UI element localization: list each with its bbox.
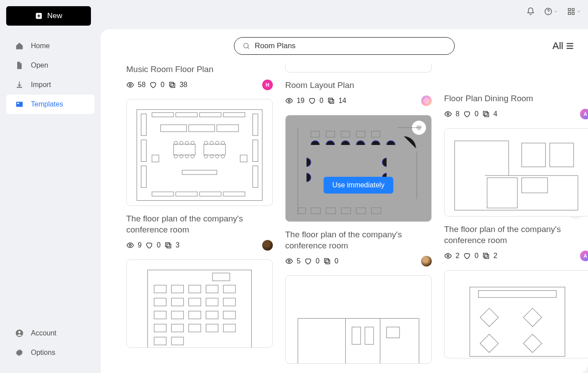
svg-rect-122: [487, 178, 517, 208]
svg-rect-70: [189, 298, 201, 306]
svg-rect-90: [341, 131, 350, 137]
svg-rect-95: [341, 208, 351, 214]
filter-all[interactable]: All: [553, 40, 575, 52]
author-avatar[interactable]: [262, 240, 273, 251]
svg-rect-66: [206, 285, 218, 293]
search-input[interactable]: [255, 42, 446, 50]
svg-rect-18: [170, 82, 173, 86]
svg-point-16: [129, 84, 132, 86]
nav-options-label: Options: [31, 349, 55, 357]
views-value: 58: [138, 81, 146, 89]
card-title[interactable]: Room Layout Plan: [285, 80, 432, 91]
grid-column: Floor Plan Dining Room 8 0 4: [444, 64, 588, 373]
svg-point-124: [447, 255, 449, 257]
template-thumbnail[interactable]: [444, 270, 588, 358]
nav-options[interactable]: Options: [6, 343, 94, 362]
svg-rect-53: [182, 170, 217, 175]
copies-value: 14: [339, 97, 347, 105]
svg-rect-93: [311, 208, 320, 214]
svg-rect-96: [356, 208, 366, 214]
svg-rect-98: [298, 208, 306, 214]
svg-rect-78: [154, 324, 166, 332]
svg-rect-25: [253, 166, 258, 187]
svg-rect-105: [298, 318, 419, 364]
template-thumbnail[interactable]: [126, 259, 273, 348]
nav-import-label: Import: [31, 81, 51, 89]
copies-value: 4: [494, 110, 498, 118]
svg-rect-123: [522, 178, 548, 193]
copy-icon: [164, 241, 172, 249]
views-value: 2: [456, 252, 460, 260]
search-row: All: [101, 37, 588, 55]
search-box[interactable]: [234, 37, 455, 55]
new-button[interactable]: New: [6, 6, 91, 26]
author-avatar[interactable]: [262, 80, 273, 90]
svg-rect-83: [154, 337, 166, 345]
card-title[interactable]: The floor plan of the company's conferen…: [285, 229, 432, 251]
template-thumbnail-hover[interactable]: Use immediately: [285, 115, 432, 222]
heart-icon: [463, 252, 471, 260]
apps-dropdown[interactable]: [567, 7, 581, 16]
author-avatar[interactable]: [580, 251, 588, 261]
eye-icon: [285, 97, 293, 105]
svg-rect-22: [141, 166, 147, 187]
author-avatar[interactable]: [580, 109, 588, 119]
svg-rect-130: [524, 308, 542, 327]
svg-rect-32: [217, 125, 238, 132]
svg-rect-59: [167, 244, 171, 248]
svg-rect-34: [204, 144, 226, 155]
card-stats: 8 0 4: [444, 110, 498, 118]
template-thumbnail[interactable]: [285, 275, 432, 364]
copy-icon: [482, 110, 490, 118]
nav-templates[interactable]: Templates: [6, 95, 94, 114]
card-meta: 5 0 0: [285, 256, 432, 266]
help-icon: [544, 7, 553, 16]
nav-account-label: Account: [31, 329, 57, 337]
views-value: 9: [138, 241, 142, 249]
card-title[interactable]: The floor plan of the company's conferen…: [444, 224, 588, 246]
svg-rect-65: [189, 285, 201, 293]
account-icon: [15, 329, 24, 338]
chevron-down-icon: [554, 9, 558, 14]
nav-open[interactable]: Open: [6, 56, 94, 75]
svg-rect-79: [171, 324, 183, 332]
floor-plan-sketch: [135, 268, 264, 348]
bell-icon[interactable]: [526, 7, 535, 16]
svg-rect-110: [387, 327, 400, 338]
help-dropdown[interactable]: [544, 7, 558, 16]
svg-rect-71: [206, 298, 218, 306]
eye-icon: [126, 81, 134, 89]
svg-rect-23: [253, 114, 258, 135]
svg-rect-24: [253, 140, 258, 161]
svg-rect-63: [154, 285, 166, 293]
svg-rect-33: [173, 144, 195, 155]
card-title[interactable]: Floor Plan Dining Room: [444, 93, 588, 104]
nav-import[interactable]: Import: [6, 75, 94, 95]
nav-account[interactable]: Account: [6, 324, 94, 343]
svg-rect-29: [223, 112, 245, 117]
chevron-down-icon: [577, 9, 581, 14]
use-immediately-button[interactable]: Use immediately: [324, 177, 393, 194]
author-avatar[interactable]: [421, 95, 432, 106]
heart-icon: [149, 81, 157, 89]
author-avatar[interactable]: [421, 256, 432, 266]
template-thumbnail[interactable]: [444, 128, 588, 217]
svg-rect-81: [206, 324, 218, 332]
template-thumbnail[interactable]: [126, 99, 273, 206]
main-content: All Music Room Floor Plan 58 0 38: [101, 29, 588, 373]
svg-rect-69: [171, 298, 183, 306]
svg-rect-55: [176, 192, 197, 196]
card-title[interactable]: Music Room Floor Plan: [126, 64, 273, 75]
template-thumbnail[interactable]: [285, 64, 432, 72]
copies-value: 2: [494, 252, 498, 260]
gear-icon: [15, 348, 24, 357]
svg-rect-89: [326, 131, 335, 137]
svg-rect-86: [330, 99, 334, 103]
nav-home[interactable]: Home: [6, 36, 94, 56]
svg-rect-67: [223, 285, 235, 293]
svg-rect-113: [483, 111, 487, 115]
likes-value: 0: [157, 241, 161, 249]
card-title[interactable]: The floor plan of the company's conferen…: [126, 213, 273, 236]
svg-rect-121: [550, 143, 573, 167]
card-stats: 5 0 0: [285, 257, 339, 265]
